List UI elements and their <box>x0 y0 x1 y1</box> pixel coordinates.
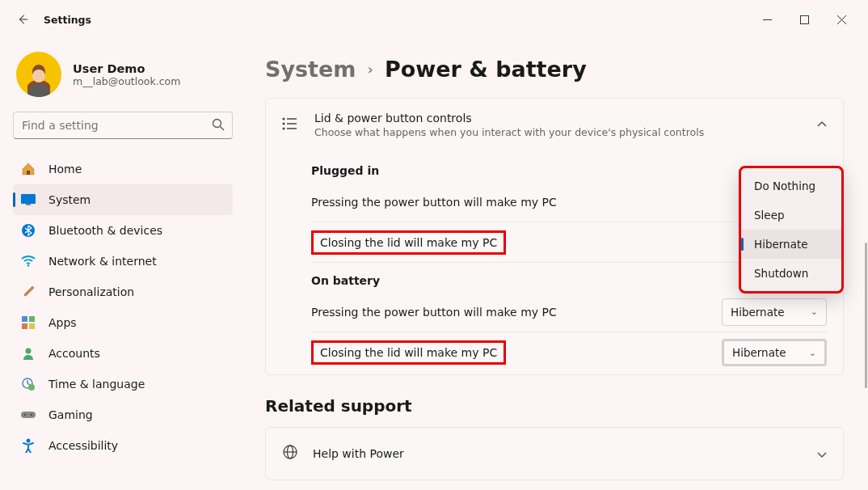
apps-icon <box>21 315 36 330</box>
sidebar-item-bluetooth[interactable]: Bluetooth & devices <box>13 215 233 246</box>
globe-clock-icon <box>21 377 36 391</box>
svg-rect-15 <box>22 323 27 329</box>
option-label: Shutdown <box>754 267 808 280</box>
battery-lid-row: Closing the lid will make my PC Hibernat… <box>311 332 827 373</box>
sidebar: User Demo m__lab@outlook.com Home System… <box>0 39 242 490</box>
accessibility-icon <box>21 438 36 453</box>
sidebar-item-label: Network & internet <box>48 255 157 268</box>
svg-rect-8 <box>27 171 30 175</box>
svg-point-17 <box>26 348 32 354</box>
help-card[interactable]: Help with Power <box>265 427 844 480</box>
maximize-button[interactable] <box>786 6 823 32</box>
battery-lid-dropdown[interactable]: Hibernate ⌄ <box>722 339 827 366</box>
search-icon <box>212 118 225 134</box>
home-icon <box>21 162 36 176</box>
dropdown-flyout[interactable]: Do Nothing Sleep Hibernate Shutdown <box>739 166 844 294</box>
main-content: System › Power & battery Lid & power but… <box>242 39 868 490</box>
brush-icon <box>21 285 36 299</box>
svg-rect-2 <box>800 15 808 23</box>
battery-power-dropdown[interactable]: Hibernate ⌄ <box>722 298 827 326</box>
bluetooth-icon <box>21 223 36 238</box>
option-label: Sleep <box>754 209 785 222</box>
sidebar-item-personalization[interactable]: Personalization <box>13 277 233 307</box>
svg-point-22 <box>31 414 32 416</box>
svg-rect-14 <box>29 316 35 322</box>
close-button[interactable] <box>823 6 860 32</box>
chevron-down-icon: ⌄ <box>809 348 816 358</box>
breadcrumb: System › Power & battery <box>265 57 844 82</box>
sidebar-item-system[interactable]: System <box>13 184 233 215</box>
user-block[interactable]: User Demo m__lab@outlook.com <box>13 47 233 112</box>
avatar <box>16 52 61 97</box>
chevron-up-icon <box>817 117 827 133</box>
page-title: Power & battery <box>385 57 587 82</box>
close-icon <box>837 15 846 24</box>
sidebar-item-label: Personalization <box>48 285 134 298</box>
sidebar-item-home[interactable]: Home <box>13 154 233 184</box>
sidebar-item-time[interactable]: Time & language <box>13 369 233 399</box>
system-icon <box>21 192 36 207</box>
sidebar-item-accessibility[interactable]: Accessibility <box>13 430 233 461</box>
svg-point-12 <box>27 264 30 267</box>
sidebar-item-apps[interactable]: Apps <box>13 307 233 338</box>
search-input[interactable] <box>13 112 233 139</box>
gamepad-icon <box>21 408 36 422</box>
plugged-power-label: Pressing the power button will make my P… <box>311 196 557 209</box>
scrollbar[interactable] <box>865 243 867 388</box>
chevron-right-icon: › <box>367 61 373 78</box>
search-box[interactable] <box>13 112 233 139</box>
dropdown-option-hibernate[interactable]: Hibernate <box>741 230 841 259</box>
chevron-down-icon: ⌄ <box>811 306 818 317</box>
sidebar-item-label: Time & language <box>48 378 145 391</box>
sidebar-item-gaming[interactable]: Gaming <box>13 399 233 430</box>
svg-point-21 <box>24 414 26 416</box>
sidebar-item-label: Bluetooth & devices <box>48 224 162 237</box>
sidebar-item-label: Accounts <box>48 347 100 360</box>
svg-point-28 <box>283 127 285 129</box>
svg-point-24 <box>283 117 285 120</box>
svg-rect-16 <box>29 323 35 329</box>
svg-rect-13 <box>22 316 27 322</box>
svg-point-19 <box>28 384 35 391</box>
sidebar-item-label: Home <box>48 163 82 175</box>
svg-rect-9 <box>21 194 36 204</box>
list-icon <box>282 117 300 133</box>
minimize-button[interactable] <box>748 6 786 32</box>
user-name: User Demo <box>73 62 180 75</box>
dropdown-option-shutdown[interactable]: Shutdown <box>741 259 841 288</box>
svg-point-26 <box>283 122 285 125</box>
plugged-lid-label: Closing the lid will make my PC <box>311 230 506 255</box>
sidebar-item-label: Accessibility <box>48 439 118 452</box>
dropdown-value: Hibernate <box>732 346 786 359</box>
svg-point-6 <box>213 120 221 128</box>
dropdown-value: Hibernate <box>731 306 785 319</box>
chevron-down-icon <box>817 446 827 462</box>
svg-rect-20 <box>21 412 36 418</box>
sidebar-item-network[interactable]: Network & internet <box>13 246 233 277</box>
help-title: Help with Power <box>313 447 404 460</box>
related-heading: Related support <box>265 396 844 416</box>
battery-power-label: Pressing the power button will make my P… <box>311 306 557 319</box>
sidebar-item-label: Apps <box>48 316 77 329</box>
wifi-icon <box>21 254 36 268</box>
sidebar-item-accounts[interactable]: Accounts <box>13 338 233 369</box>
svg-point-5 <box>32 70 45 82</box>
breadcrumb-parent[interactable]: System <box>265 57 356 82</box>
card-header[interactable]: Lid & power button controls Choose what … <box>266 99 843 151</box>
svg-line-7 <box>221 127 225 131</box>
svg-rect-10 <box>26 204 31 205</box>
dropdown-option-sleep[interactable]: Sleep <box>741 201 841 230</box>
option-label: Do Nothing <box>754 180 815 192</box>
svg-point-23 <box>27 439 31 443</box>
battery-lid-label: Closing the lid will make my PC <box>311 340 506 365</box>
back-button[interactable] <box>8 5 37 34</box>
card-title: Lid & power button controls <box>314 112 704 125</box>
maximize-icon <box>800 15 809 24</box>
arrow-left-icon <box>17 14 28 25</box>
dropdown-option-donothing[interactable]: Do Nothing <box>741 171 841 201</box>
nav-list: Home System Bluetooth & devices Network … <box>13 154 233 461</box>
window-title: Settings <box>44 14 91 26</box>
option-label: Hibernate <box>754 238 808 251</box>
battery-power-row: Pressing the power button will make my P… <box>311 292 827 332</box>
user-email: m__lab@outlook.com <box>73 75 180 87</box>
